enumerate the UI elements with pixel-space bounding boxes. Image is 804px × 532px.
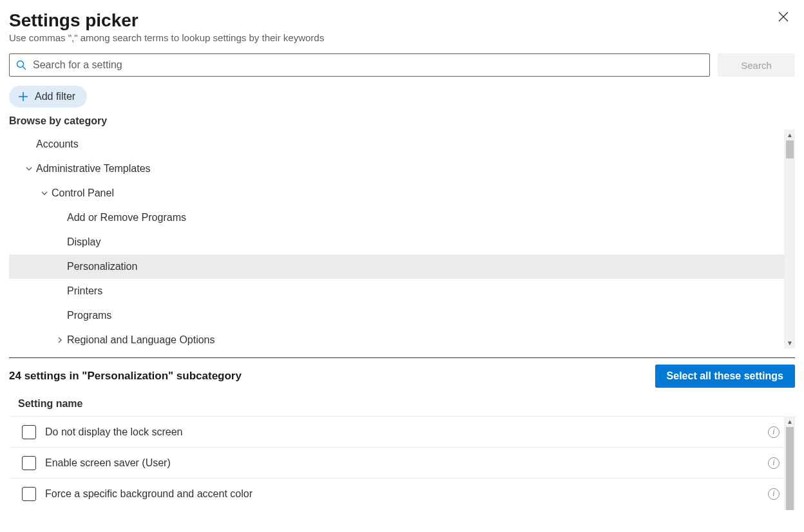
info-icon[interactable]: i bbox=[768, 488, 780, 500]
setting-name: Force a specific background and accent c… bbox=[45, 488, 768, 500]
checkbox[interactable] bbox=[22, 425, 36, 439]
scroll-up-arrow-icon[interactable]: ▲ bbox=[785, 416, 795, 427]
svg-line-1 bbox=[23, 67, 26, 70]
add-filter-label: Add filter bbox=[35, 91, 75, 102]
tree-item-control-panel[interactable]: Control Panel bbox=[9, 181, 795, 205]
tree-item-programs[interactable]: Programs bbox=[9, 303, 795, 328]
tree-item-label: Printers bbox=[67, 285, 102, 297]
info-icon[interactable]: i bbox=[768, 457, 780, 469]
search-box[interactable] bbox=[9, 53, 710, 77]
tree-item-label: Accounts bbox=[36, 138, 79, 150]
tree-item-personalization[interactable]: Personalization bbox=[9, 254, 795, 279]
tree-item-label: Display bbox=[67, 236, 100, 248]
close-icon[interactable] bbox=[778, 6, 795, 24]
add-filter-button[interactable]: Add filter bbox=[9, 86, 87, 108]
chevron-down-icon bbox=[22, 165, 36, 173]
select-all-button[interactable]: Select all these settings bbox=[655, 365, 795, 388]
setting-name: Do not display the lock screen bbox=[45, 426, 768, 438]
tree-item-label: Regional and Language Options bbox=[67, 334, 215, 346]
tree-item-printers[interactable]: Printers bbox=[9, 279, 795, 303]
tree-item-label: Control Panel bbox=[52, 187, 114, 199]
tree-item-accounts[interactable]: Accounts bbox=[9, 132, 795, 157]
setting-row[interactable]: Do not display the lock screen i bbox=[9, 416, 795, 447]
checkbox[interactable] bbox=[22, 456, 36, 470]
search-button[interactable]: Search bbox=[718, 53, 795, 77]
tree-item-regional-and-language-options[interactable]: Regional and Language Options bbox=[9, 328, 795, 348]
column-header-setting-name[interactable]: Setting name bbox=[9, 394, 795, 416]
setting-row[interactable]: Enable screen saver (User) i bbox=[9, 447, 795, 478]
tree-item-add-or-remove-programs[interactable]: Add or Remove Programs bbox=[9, 205, 795, 230]
divider bbox=[9, 357, 795, 358]
setting-row[interactable]: Force a specific background and accent c… bbox=[9, 478, 795, 509]
checkbox[interactable] bbox=[22, 487, 36, 501]
scroll-down-arrow-icon[interactable]: ▼ bbox=[785, 337, 795, 348]
tree-item-label: Programs bbox=[67, 310, 111, 321]
tree-item-display[interactable]: Display bbox=[9, 230, 795, 254]
plus-icon bbox=[18, 91, 28, 102]
panel-subtitle: Use commas "," among search terms to loo… bbox=[9, 32, 795, 43]
tree-item-label: Add or Remove Programs bbox=[67, 212, 186, 223]
panel-title: Settings picker bbox=[9, 10, 139, 31]
scroll-up-arrow-icon[interactable]: ▲ bbox=[785, 129, 795, 140]
chevron-right-icon bbox=[53, 336, 67, 344]
tree-scrollbar[interactable]: ▲ ▼ bbox=[784, 129, 795, 348]
tree-item-label: Personalization bbox=[67, 261, 137, 272]
tree-item-administrative-templates[interactable]: Administrative Templates bbox=[9, 157, 795, 181]
info-icon[interactable]: i bbox=[768, 426, 780, 438]
scrollbar-thumb[interactable] bbox=[786, 427, 794, 510]
svg-point-0 bbox=[17, 61, 24, 68]
tree-item-label: Administrative Templates bbox=[36, 163, 151, 175]
search-input[interactable] bbox=[32, 59, 703, 71]
results-count-label: 24 settings in "Personalization" subcate… bbox=[9, 370, 242, 383]
chevron-down-icon bbox=[37, 189, 52, 197]
scrollbar-thumb[interactable] bbox=[786, 140, 794, 158]
search-icon bbox=[16, 60, 26, 70]
list-scrollbar[interactable]: ▲ bbox=[784, 416, 795, 510]
browse-by-category-label: Browse by category bbox=[9, 115, 795, 127]
setting-name: Enable screen saver (User) bbox=[45, 457, 768, 469]
